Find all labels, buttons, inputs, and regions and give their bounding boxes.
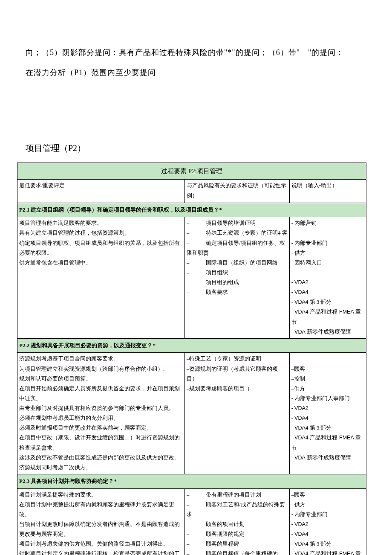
p23-col1: 项目计划满足捷客特殊的要求。在项目计划中完整提出所有内就和顾客的里程碑并按要求满…: [17, 488, 185, 555]
header-col2: 与产品风险有关的要求和证明（可能性示例）: [185, 180, 290, 203]
table-title-row: 过程要素 P2:项目管理: [17, 163, 366, 180]
p23-col2: – 带有里程碑的项目计划– 顾客对工艺和/成产品组的特殊要求– 顾客的项目计划–…: [185, 488, 290, 555]
p21-col1: 项目管理有能力满足顾客的要求。具有为建立项目管理的过程，包括资源策划。确定项目领…: [17, 217, 185, 339]
p21-col3: - 内部营销 - 内部专业部门- 供方- 因特网入口 - VDA2- VDA4-…: [289, 217, 366, 339]
intro-line1: 向；（5）阴影部分提问：具有产品和过程特殊风险的带"*"的提问；（6）带" "的…: [26, 48, 344, 57]
intro-text: 向；（5）阴影部分提问：具有产品和过程特殊风险的带"*"的提问；（6）带" "的…: [0, 0, 392, 83]
p22-heading-row: P2.2 规划和具备开展项目必要的资源，以及通报变更？*: [17, 338, 366, 353]
p23-col3: –顾客- 供方- 内部专业部门- VDA2- VDA4- VDA4 第 3 部分…: [289, 488, 366, 555]
header-col1: 最低要求/重要评定: [17, 180, 185, 203]
p21-heading: P2.1 建立项目组纲（项目领导）和确定项目领导的任务和职权，以及项目组成员？*: [17, 203, 366, 217]
p22-col3: –顾客–控制–供方- 内部专业部门人事部门- VDA2- VDA4- VDA4 …: [289, 353, 366, 474]
p22-col1: 济源规划考虑基于项目合同的顾客要求。为项目管理建立和实现资源规划（跨部门有序合作…: [17, 353, 185, 474]
p23-heading: P2.3 具备项目计划并与顾客协商确定？*: [17, 474, 366, 488]
p22-heading: P2.2 规划和具备开展项目必要的资源，以及通报变更？*: [17, 338, 366, 353]
p21-content-row: 项目管理有能力满足顾客的要求。具有为建立项目管理的过程，包括资源策划。确定项目领…: [17, 217, 366, 339]
p23-content-row: 项目计划满足捷客特殊的要求。在项目计划中完整提出所有内就和顾客的里程碑并按要求满…: [17, 488, 366, 555]
p21-heading-row: P2.1 建立项目组纲（项目领导）和确定项目领导的任务和职权，以及项目组成员？*: [17, 203, 366, 217]
section-title: 项目管理（P2）: [0, 83, 392, 163]
p21-col2: – 项目领导的培训证明– 特殊工艺资源（专家）的证明4 客– 确定项目领导/项目…: [185, 217, 290, 339]
p22-content-row: 济源规划考虑基于项目合同的顾客要求。为项目管理建立和实现资源规划（跨部门有序合作…: [17, 353, 366, 474]
section-title-text: 项目管理（P2）: [26, 143, 86, 153]
p22-col2: –特殊工艺（专家）资源的证明–资源规划的证明（考虑其它顾客的项目）–规划要考虑顾…: [185, 353, 290, 474]
intro-line2: 在潜力分析（P1）范围内至少要提问: [26, 68, 156, 77]
header-col3: 说明（输入•输出）: [289, 180, 366, 203]
table-header-row: 最低要求/重要评定 与产品风险有关的要求和证明（可能性示例） 说明（输入•输出）: [17, 180, 366, 203]
process-element-table: 过程要素 P2:项目管理 最低要求/重要评定 与产品风险有关的要求和证明（可能性…: [17, 163, 366, 555]
p23-heading-row: P2.3 具备项目计划并与顾客协商确定？*: [17, 474, 366, 488]
table-title: 过程要素 P2:项目管理: [17, 163, 366, 180]
